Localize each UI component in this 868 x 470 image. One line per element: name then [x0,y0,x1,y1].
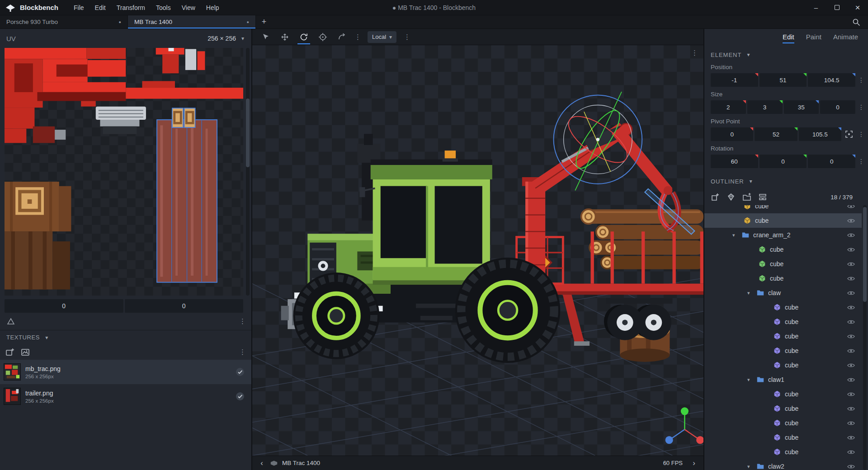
outliner-cube-row[interactable]: cube [704,315,862,329]
size-x-input[interactable]: 2 [711,100,746,114]
visibility-eye-icon[interactable] [847,462,855,470]
chevron-down-icon[interactable]: ▾ [747,464,756,470]
kebab-menu-icon[interactable]: ⋮ [691,49,698,57]
kebab-menu-icon[interactable]: ⋮ [858,103,864,111]
outliner-group-row[interactable]: ▾crane_arm_2 [704,228,862,242]
kebab-menu-icon[interactable]: ⋮ [858,158,864,165]
visibility-eye-icon[interactable] [847,433,855,442]
uv-offset-y-input[interactable]: 0 [125,299,244,313]
uv-scrollbar-thumb[interactable] [246,99,250,167]
outliner-cube-row[interactable]: cube [704,445,862,459]
pivot-x-input[interactable]: 0 [711,127,753,141]
chevron-down-icon[interactable]: ▾ [747,377,756,383]
chevron-down-icon[interactable]: ▾ [45,334,48,341]
import-texture-icon[interactable] [5,348,14,357]
visibility-eye-icon[interactable] [847,260,855,268]
outliner-cube-row[interactable]: cube [704,416,862,430]
outliner-cube-row[interactable]: cube [704,205,862,213]
tab-animate[interactable]: Animate [833,33,858,43]
tab-porsche-930-turbo[interactable]: Porsche 930 Turbo ● [0,15,128,28]
texture-assigned-check-icon[interactable] [235,367,245,377]
visibility-eye-icon[interactable] [847,390,855,399]
visibility-eye-icon[interactable] [847,216,855,225]
visibility-eye-icon[interactable] [847,274,855,283]
menu-file[interactable]: File [68,0,90,15]
gizmo-cursor-tool-button[interactable] [258,30,274,44]
visibility-eye-icon[interactable] [847,205,855,211]
move-tool-button[interactable] [277,30,293,44]
outliner-cube-row[interactable]: cube [704,257,862,271]
chevron-down-icon[interactable]: ▾ [241,35,244,42]
add-cube-icon[interactable] [711,193,720,202]
pivot-z-input[interactable]: 105.5 [799,127,841,141]
maximize-button[interactable] [826,0,847,15]
outliner-scrollbar-thumb[interactable] [863,207,867,302]
rotate-tool-button[interactable] [296,30,312,44]
outliner-cube-row[interactable]: cube [704,213,862,228]
size-y-input[interactable]: 3 [747,100,783,114]
position-x-input[interactable]: -1 [711,73,758,87]
prev-view-arrow[interactable]: ‹ [258,459,266,468]
texture-assigned-check-icon[interactable] [235,391,245,401]
uv-editor-canvas[interactable] [5,48,243,296]
rotation-x-input[interactable]: 60 [711,155,758,168]
search-button[interactable] [852,15,868,28]
transform-space-dropdown[interactable]: Local ▾ [368,31,396,43]
size-z-input[interactable]: 35 [784,100,819,114]
outliner-cube-row[interactable]: cube [704,242,862,257]
kebab-menu-icon[interactable]: ⋮ [354,33,361,41]
chevron-down-icon[interactable]: ▾ [747,52,750,58]
tab-mb-trac-1400[interactable]: MB Trac 1400 ● [128,15,256,28]
outliner-view-toggle-icon[interactable] [758,193,767,202]
visibility-eye-icon[interactable] [847,332,855,341]
outliner-group-row[interactable]: ▾claw1 [704,372,862,387]
visibility-eye-icon[interactable] [847,448,855,456]
texture-row-trailer[interactable]: trailer.png 256 x 256px [0,384,251,409]
rotation-y-input[interactable]: 0 [760,155,807,168]
vertex-snap-tool-button[interactable] [334,30,350,44]
close-button[interactable]: × [847,0,868,15]
menu-view[interactable]: View [176,0,201,15]
add-group-folder-icon[interactable] [742,193,751,202]
triangle-toggle-icon[interactable] [6,317,15,326]
outliner-cube-row[interactable]: cube [704,329,862,343]
outliner-cube-row[interactable]: cube [704,430,862,445]
uv-offset-x-input[interactable]: 0 [5,299,123,313]
menu-tools[interactable]: Tools [151,0,176,15]
outliner-cube-row[interactable]: cube [704,343,862,358]
visibility-eye-icon[interactable] [847,404,855,413]
select-pivot-button[interactable] [843,128,855,141]
outliner-scrollbar[interactable] [863,205,867,470]
inflate-input[interactable]: 0 [820,100,855,114]
visibility-eye-icon[interactable] [847,318,855,326]
outliner-cube-row[interactable]: cube [704,300,862,315]
tab-paint[interactable]: Paint [806,33,821,43]
position-y-input[interactable]: 51 [760,73,807,87]
visibility-eye-icon[interactable] [847,347,855,355]
outliner-cube-row[interactable]: cube [704,401,862,416]
chevron-down-icon[interactable]: ▾ [732,232,741,238]
visibility-eye-icon[interactable] [847,231,855,240]
outliner-cube-row[interactable]: cube [704,387,862,401]
add-mesh-gem-icon[interactable] [726,193,736,202]
outliner-group-row[interactable]: ▾claw2 [704,459,862,470]
kebab-menu-icon[interactable]: ⋮ [239,317,246,325]
kebab-menu-icon[interactable]: ⋮ [858,76,864,84]
next-view-arrow[interactable]: › [690,459,698,468]
uv-scrollbar[interactable] [246,48,250,296]
position-z-input[interactable]: 104.5 [808,73,855,87]
outliner-cube-row[interactable]: cube [704,271,862,286]
menu-help[interactable]: Help [201,0,225,15]
outliner-group-row[interactable]: ▾claw [704,286,862,300]
visibility-eye-icon[interactable] [847,303,855,312]
viewport-3d-canvas[interactable]: ⋮ [252,45,703,456]
pivot-tool-button[interactable] [315,30,331,44]
rotation-z-input[interactable]: 0 [808,155,855,168]
tab-edit[interactable]: Edit [783,33,794,43]
chevron-down-icon[interactable]: ▾ [747,290,756,296]
chevron-down-icon[interactable]: ▾ [750,178,753,184]
texture-row-mb-trac[interactable]: mb_trac.png 256 x 256px [0,360,251,384]
menu-transform[interactable]: Transform [111,0,151,15]
visibility-eye-icon[interactable] [847,245,855,254]
menu-edit[interactable]: Edit [90,0,111,15]
